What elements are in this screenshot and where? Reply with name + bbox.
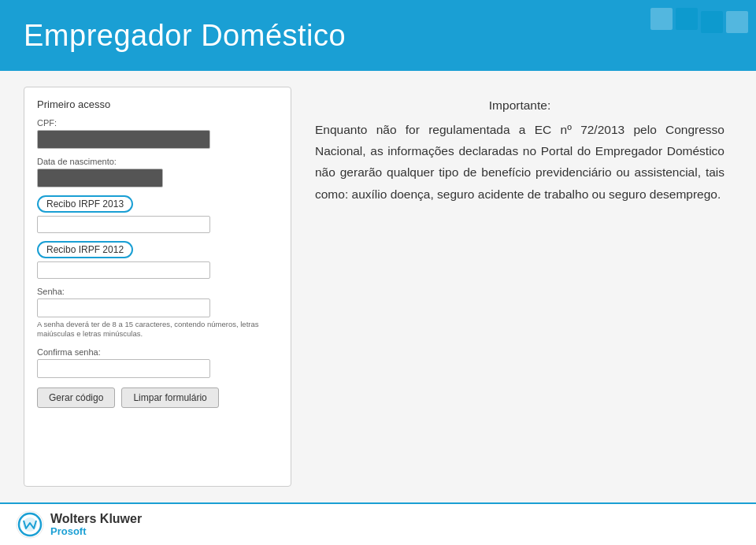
form-panel: Primeiro acesso CPF: Data de nascimento:… bbox=[24, 87, 291, 487]
main-content: Primeiro acesso CPF: Data de nascimento:… bbox=[0, 71, 756, 502]
button-row: Gerar código Limpar formulário bbox=[37, 387, 278, 408]
cpf-group: CPF: bbox=[37, 118, 278, 149]
info-panel: Importante: Enquanto não for regulamenta… bbox=[307, 87, 732, 487]
irpf-2013-input[interactable] bbox=[37, 216, 210, 233]
irpf-2012-input[interactable] bbox=[37, 261, 210, 279]
irpf-2013-label: Recibo IRPF 2013 bbox=[37, 195, 133, 213]
irpf-2012-label: Recibo IRPF 2012 bbox=[37, 241, 133, 258]
page-title: Empregador Doméstico bbox=[24, 19, 346, 53]
deco-sq-1 bbox=[650, 8, 673, 30]
deco-sq-2 bbox=[676, 8, 698, 30]
cpf-input[interactable] bbox=[37, 130, 210, 149]
birth-date-label: Data de nascimento: bbox=[37, 157, 278, 166]
section-title: Primeiro acesso bbox=[37, 98, 278, 110]
footer: Wolters Kluwer Prosoft bbox=[0, 502, 756, 545]
irpf-2013-group: Recibo IRPF 2013 bbox=[37, 195, 278, 233]
password-input[interactable] bbox=[37, 298, 210, 317]
confirm-password-input[interactable] bbox=[37, 359, 210, 378]
confirm-password-label: Confirma senha: bbox=[37, 347, 278, 357]
deco-sq-4 bbox=[726, 11, 748, 33]
page-header: Empregador Doméstico bbox=[0, 0, 756, 71]
logo-text: Wolters Kluwer Prosoft bbox=[50, 512, 142, 537]
footer-logo: Wolters Kluwer Prosoft bbox=[16, 510, 142, 539]
company-name: Wolters Kluwer bbox=[50, 512, 142, 526]
generate-code-button[interactable]: Gerar código bbox=[37, 387, 115, 408]
brand-name: Prosoft bbox=[50, 526, 142, 537]
wolters-kluwer-icon bbox=[16, 510, 44, 539]
confirm-password-group: Confirma senha: bbox=[37, 347, 278, 378]
cpf-label: CPF: bbox=[37, 118, 278, 128]
info-text-block: Importante: Enquanto não for regulamenta… bbox=[315, 95, 724, 205]
deco-sq-3 bbox=[701, 11, 723, 33]
password-hint: A senha deverá ter de 8 a 15 caracteres,… bbox=[37, 320, 278, 339]
irpf-2012-group: Recibo IRPF 2012 bbox=[37, 241, 278, 279]
decoration bbox=[650, 8, 748, 33]
birth-date-input[interactable] bbox=[37, 169, 163, 187]
password-label: Senha: bbox=[37, 287, 278, 296]
info-title: Importante: bbox=[315, 95, 724, 116]
clear-form-button[interactable]: Limpar formulário bbox=[121, 387, 218, 408]
password-group: Senha: A senha deverá ter de 8 a 15 cara… bbox=[37, 287, 278, 339]
birth-date-group: Data de nascimento: bbox=[37, 157, 278, 187]
info-body: Enquanto não for regulamentada a EC nº 7… bbox=[315, 123, 724, 200]
